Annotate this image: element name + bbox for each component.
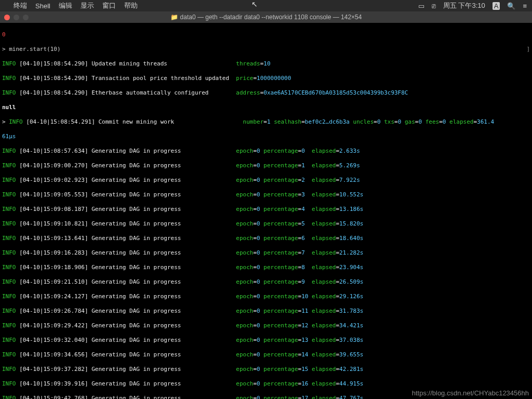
mouse-cursor-icon: ↖ bbox=[251, 0, 258, 8]
macos-menubar: 终端 Shell 编辑 显示 窗口 帮助 ▭ ⎚ 周五 下午3:10 A 🔍 ≡… bbox=[0, 0, 532, 11]
prompt-line: > miner.start(10)] bbox=[2, 46, 530, 53]
log-dag-row: INFO [04-10|15:09:21.510] Generating DAG… bbox=[2, 278, 530, 286]
log-dag-row: INFO [04-10|15:09:08.187] Generating DAG… bbox=[2, 206, 530, 213]
log-dag-row: INFO [04-10|15:09:34.656] Generating DAG… bbox=[2, 351, 530, 358]
input-source-badge[interactable]: A bbox=[493, 2, 500, 10]
window-titlebar: 📁data0 — geth --datadir data0 --networki… bbox=[0, 11, 532, 23]
zoom-button[interactable] bbox=[23, 15, 29, 20]
menu-view[interactable]: 显示 bbox=[81, 1, 94, 10]
menubar-clock[interactable]: 周五 下午3:10 bbox=[443, 1, 485, 10]
log-dag-row: INFO [04-10|15:09:32.040] Generating DAG… bbox=[2, 337, 530, 344]
minimize-button[interactable] bbox=[14, 15, 19, 20]
menu-shell[interactable]: Shell bbox=[35, 2, 50, 10]
window-title: 📁data0 — geth --datadir data0 --networki… bbox=[0, 14, 532, 21]
watermark: https://blog.csdn.net/CHYabc123456hh bbox=[412, 390, 529, 397]
log-dag-row: INFO [04-10|15:09:10.821] Generating DAG… bbox=[2, 220, 530, 228]
commit-tail: 61µs bbox=[2, 133, 530, 140]
log-commit: > INFO [04-10|15:08:54.291] Commit new m… bbox=[2, 118, 530, 126]
log-dag-row: INFO [04-10|15:09:39.916] Generating DAG… bbox=[2, 380, 530, 388]
menu-terminal[interactable]: 终端 bbox=[14, 1, 27, 10]
log-dag-row: INFO [04-10|15:09:02.923] Generating DAG… bbox=[2, 177, 530, 184]
traffic-lights bbox=[4, 15, 29, 20]
log-dag-row: INFO [04-10|15:09:00.270] Generating DAG… bbox=[2, 162, 530, 169]
log-etherbase: INFO [04-10|15:08:54.290] Etherbase auto… bbox=[2, 89, 530, 97]
folder-icon: 📁 bbox=[170, 14, 178, 21]
menu-window[interactable]: 窗口 bbox=[102, 1, 116, 10]
log-dag-row: INFO [04-10|15:09:24.127] Generating DAG… bbox=[2, 293, 530, 300]
menu-help[interactable]: 帮助 bbox=[124, 1, 138, 10]
log-threads: INFO [04-10|15:08:54.290] Updated mining… bbox=[2, 60, 530, 68]
terminal-pane[interactable]: 0 > miner.start(10)] INFO [04-10|15:08:5… bbox=[0, 23, 532, 399]
line-zero: 0 bbox=[2, 31, 530, 38]
log-dag-row: INFO [04-10|15:09:26.784] Generating DAG… bbox=[2, 308, 530, 315]
log-dag-row: INFO [04-10|15:09:16.283] Generating DAG… bbox=[2, 249, 530, 257]
log-dag-row: INFO [04-10|15:09:29.422] Generating DAG… bbox=[2, 322, 530, 329]
close-button[interactable] bbox=[4, 15, 10, 20]
menu-edit[interactable]: 编辑 bbox=[59, 1, 72, 10]
menu-list-icon[interactable]: ≡ bbox=[523, 2, 527, 10]
log-price: INFO [04-10|15:08:54.290] Transaction po… bbox=[2, 75, 530, 82]
log-dag-row: INFO [04-10|15:09:18.906] Generating DAG… bbox=[2, 264, 530, 271]
log-dag-row: INFO [04-10|15:09:05.553] Generating DAG… bbox=[2, 191, 530, 198]
log-dag-row: INFO [04-10|15:09:13.641] Generating DAG… bbox=[2, 235, 530, 242]
display-icon[interactable]: ⎚ bbox=[432, 2, 436, 10]
log-dag-row: INFO [04-10|15:09:37.282] Generating DAG… bbox=[2, 366, 530, 373]
screen-share-icon[interactable]: ▭ bbox=[418, 2, 424, 10]
log-dag-row: INFO [04-10|15:08:57.634] Generating DAG… bbox=[2, 148, 530, 155]
null-line: null bbox=[2, 104, 530, 111]
spotlight-icon[interactable]: 🔍 bbox=[507, 2, 515, 10]
